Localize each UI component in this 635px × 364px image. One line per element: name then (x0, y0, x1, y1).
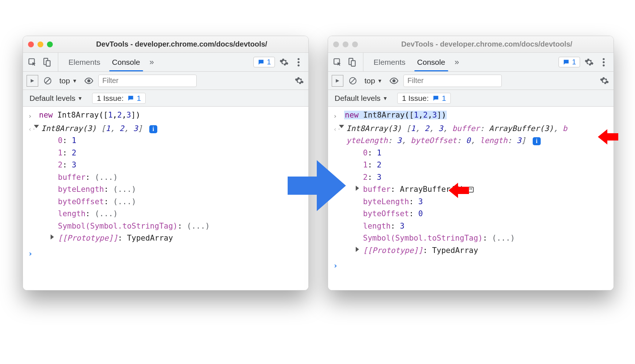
svg-point-5 (297, 64, 299, 66)
zoom-icon[interactable] (352, 41, 358, 47)
issues-badge[interactable]: 1 (253, 57, 275, 67)
object-tree: 0: 1 1: 2 2: 3 buffer: (...) byteLength:… (39, 135, 304, 245)
settings-gear-icon[interactable] (279, 58, 289, 67)
console-prompt[interactable]: › (23, 245, 308, 263)
context-label: top (59, 76, 70, 85)
tab-elements[interactable]: Elements (368, 53, 411, 71)
object-tree: 0: 1 1: 2 2: 3 buffer: ArrayBuffer(3) by… (344, 147, 609, 257)
expand-caret-icon[interactable] (356, 186, 359, 191)
input-caret-icon: › (28, 111, 32, 121)
tabs-overflow[interactable]: » (146, 53, 158, 71)
issues-count: 1 (137, 94, 141, 103)
tab-console[interactable]: Console (106, 53, 146, 71)
svg-point-3 (297, 58, 299, 60)
issues-badge-count: 1 (572, 58, 576, 66)
context-selector[interactable]: top ▼ (57, 76, 79, 85)
more-menu-icon[interactable] (293, 58, 304, 67)
default-levels-selector[interactable]: Default levels ▼ (332, 94, 390, 103)
levels-bar: Default levels ▼ 1 Issue: 1 (328, 90, 614, 107)
console-output[interactable]: › new Int8Array([1,2,3]) ‹· Int8Array(3)… (23, 107, 308, 290)
console-subbar: top ▼ (23, 72, 308, 90)
devtools-window-right: DevTools - developer.chrome.com/docs/dev… (328, 36, 614, 290)
annotation-arrow-icon (598, 129, 618, 145)
chevron-down-icon: ▼ (72, 78, 77, 84)
inspect-icon[interactable] (331, 56, 344, 69)
expand-caret-icon[interactable] (356, 247, 359, 252)
expand-caret-icon[interactable] (34, 125, 39, 128)
minimize-icon[interactable] (38, 41, 43, 47)
titlebar[interactable]: DevTools - developer.chrome.com/docs/dev… (328, 36, 614, 53)
default-levels-label: Default levels (29, 94, 75, 103)
chevron-down-icon: ▼ (383, 95, 388, 101)
input-caret-icon: › (333, 111, 337, 121)
tabbar: Elements Console » 1 (23, 53, 308, 72)
window-title: DevTools - developer.chrome.com/docs/dev… (365, 40, 608, 48)
console-input-line: › new Int8Array([1,2,3]) (328, 109, 614, 122)
issues-badge[interactable]: 1 (559, 57, 580, 67)
expand-caret-icon[interactable] (51, 234, 54, 240)
tabs-overflow[interactable]: » (451, 53, 463, 71)
filter-input[interactable] (98, 75, 197, 87)
svg-point-12 (603, 58, 604, 60)
default-levels-selector[interactable]: Default levels ▼ (27, 94, 85, 103)
more-menu-icon[interactable] (598, 58, 609, 67)
toggle-sidebar-icon[interactable] (27, 75, 38, 87)
context-label: top (364, 76, 375, 85)
window-title: DevTools - developer.chrome.com/docs/dev… (60, 40, 303, 48)
svg-rect-11 (351, 60, 355, 66)
expand-caret-icon[interactable] (339, 125, 344, 128)
traffic-lights[interactable] (333, 41, 358, 47)
console-input-line: › new Int8Array([1,2,3]) (23, 109, 308, 122)
device-toggle-icon[interactable] (346, 56, 359, 69)
default-levels-label: Default levels (335, 94, 380, 103)
live-expression-icon[interactable] (388, 75, 400, 87)
tab-console[interactable]: Console (411, 53, 451, 71)
close-icon[interactable] (28, 41, 34, 47)
context-selector[interactable]: top ▼ (362, 76, 384, 85)
levels-bar: Default levels ▼ 1 Issue: 1 (23, 90, 308, 107)
info-badge-icon[interactable]: i (149, 125, 157, 133)
issues-label: 1 Issue: (97, 94, 124, 103)
settings-gear-icon[interactable] (584, 58, 595, 67)
svg-point-14 (603, 64, 604, 66)
inspect-icon[interactable] (26, 56, 39, 69)
live-expression-icon[interactable] (83, 75, 95, 87)
console-subbar: top ▼ (328, 72, 614, 90)
info-badge-icon[interactable]: i (533, 137, 541, 145)
close-icon[interactable] (333, 41, 339, 47)
console-output[interactable]: › new Int8Array([1,2,3]) ‹· Int8Array(3)… (328, 107, 614, 290)
svg-point-13 (603, 61, 604, 63)
chevron-down-icon: ▼ (78, 95, 83, 101)
filter-input[interactable] (403, 75, 502, 87)
toggle-sidebar-icon[interactable] (332, 75, 343, 87)
chevron-down-icon: ▼ (377, 78, 382, 84)
zoom-icon[interactable] (47, 41, 53, 47)
svg-rect-2 (46, 60, 50, 66)
device-toggle-icon[interactable] (40, 56, 54, 69)
console-prompt[interactable]: › (328, 257, 614, 275)
issues-badge-count: 1 (267, 58, 271, 66)
minimize-icon[interactable] (343, 41, 348, 47)
traffic-lights[interactable] (28, 41, 53, 47)
svg-line-16 (351, 79, 355, 83)
issues-count: 1 (442, 94, 446, 103)
clear-console-icon[interactable] (42, 75, 54, 87)
tab-elements[interactable]: Elements (63, 53, 106, 71)
issues-pill[interactable]: 1 Issue: 1 (397, 93, 451, 104)
console-output-line[interactable]: ‹· Int8Array(3) [1, 2, 3, buffer: ArrayB… (328, 122, 614, 258)
svg-point-8 (88, 79, 90, 82)
comparison-arrow-icon (288, 160, 346, 211)
svg-line-7 (46, 79, 50, 83)
annotation-arrow-icon (449, 183, 469, 198)
devtools-window-left: DevTools - developer.chrome.com/docs/dev… (23, 36, 309, 290)
tabbar: Elements Console » 1 (328, 53, 614, 72)
issues-label: 1 Issue: (402, 94, 429, 103)
svg-point-17 (393, 79, 395, 82)
console-settings-gear-icon[interactable] (294, 76, 305, 86)
console-output-line[interactable]: ‹· Int8Array(3) [1, 2, 3] i 0: 1 1: 2 2:… (23, 122, 308, 245)
titlebar[interactable]: DevTools - developer.chrome.com/docs/dev… (23, 36, 308, 53)
issues-pill[interactable]: 1 Issue: 1 (92, 93, 146, 104)
svg-point-4 (297, 61, 299, 63)
clear-console-icon[interactable] (347, 75, 359, 87)
console-settings-gear-icon[interactable] (599, 76, 610, 86)
